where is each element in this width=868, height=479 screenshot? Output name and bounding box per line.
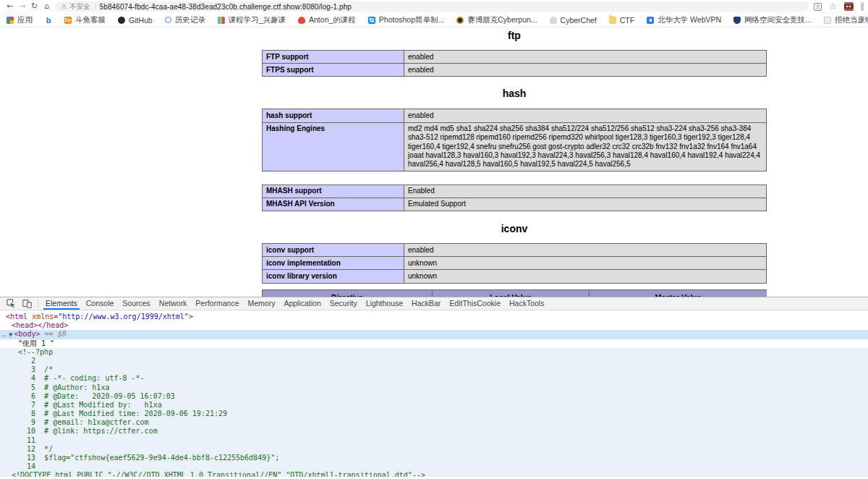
table-row: iconv library version unknown bbox=[263, 270, 767, 283]
bookmark-item[interactable]: CTF bbox=[609, 16, 634, 25]
device-toolbar-icon[interactable] bbox=[19, 297, 35, 310]
devtools-tree-line[interactable]: 3 /* bbox=[0, 365, 868, 374]
bookmark-item[interactable]: Anton_的课程 bbox=[298, 15, 356, 25]
devtools-tree-line[interactable]: 12 */ bbox=[0, 445, 868, 454]
inspect-element-icon[interactable] bbox=[3, 297, 19, 310]
devtools-tree-line[interactable]: 10 # @link: https://ctfer.com bbox=[0, 427, 868, 436]
home-button[interactable]: ⌂ bbox=[41, 0, 53, 13]
directive-name-cell: MHASH API Version bbox=[263, 198, 404, 211]
bookmark-label: GitHub bbox=[129, 16, 153, 25]
devtools-tree-line[interactable]: 8 # @Last Modified time: 2020-09-06 19:2… bbox=[0, 410, 868, 418]
bookmark-item[interactable]: 课程学习_兴趣课 bbox=[218, 15, 286, 25]
devtools-tree-line[interactable]: <!DOCTYPE html PUBLIC "-//W3C//DTD XHTML… bbox=[0, 471, 868, 477]
page-content: ftp FTP support enabled FTPS support ena… bbox=[0, 27, 868, 297]
bookmark-favicon: 知 bbox=[368, 17, 375, 24]
directive-value-cell: enabled bbox=[404, 64, 767, 77]
devtools-tree-line[interactable]: 4 # -*- coding: utf-8 -*- bbox=[0, 374, 868, 383]
mhash-table: MHASH support Enabled MHASH API Version … bbox=[262, 185, 767, 211]
devtools-tree-line[interactable]: <!--?php bbox=[0, 348, 868, 357]
bookmark-label: 网络空间安全竞技... bbox=[744, 15, 812, 25]
bookmark-item[interactable]: 网络空间安全竞技... bbox=[733, 15, 812, 25]
toolbar-actions: 文 ☆ bbox=[814, 2, 864, 11]
devtools-tab[interactable]: Performance bbox=[191, 297, 243, 310]
tabbar-separator bbox=[38, 300, 38, 308]
devtools-tree-line[interactable]: 2 bbox=[0, 357, 868, 365]
devtools-tab[interactable]: Lighthouse bbox=[362, 297, 407, 310]
devtools-tree-line[interactable]: 5 # @Author: h1xa bbox=[0, 383, 868, 392]
devtools-tree-line[interactable]: 6 # @Date: 2020-09-05 16:07:03 bbox=[0, 392, 868, 401]
table-row: iconv implementation unknown bbox=[263, 257, 767, 270]
devtools-tab[interactable]: HackTools bbox=[505, 297, 548, 310]
devtools-tab[interactable]: Network bbox=[155, 297, 192, 310]
devtools-tab[interactable]: Console bbox=[82, 297, 119, 310]
address-bar[interactable]: ⚠ 不安全 5b846074-fbdc-4caa-ae48-38d3ead23c… bbox=[55, 1, 809, 12]
bookmark-favicon bbox=[7, 17, 14, 24]
bookmark-item[interactable]: b bbox=[45, 17, 52, 24]
bookmark-item[interactable]: CyberChef bbox=[550, 16, 597, 25]
clipped-toolbar-icon bbox=[861, 2, 864, 11]
devtools-tree-line[interactable]: 14 bbox=[0, 462, 868, 471]
directives-header-cell: Local Value bbox=[433, 289, 590, 297]
bookmark-label: 赛博朋克Cyberpun... bbox=[467, 15, 537, 25]
bookmark-favicon bbox=[824, 17, 831, 24]
bookmark-label: CyberChef bbox=[561, 16, 597, 25]
directive-value-cell: md2 md4 md5 sha1 sha224 sha256 sha384 sh… bbox=[404, 122, 767, 171]
table-row: MHASH API Version Emulated Support bbox=[263, 198, 767, 211]
translate-icon[interactable]: 文 bbox=[814, 3, 822, 11]
directive-value-cell: enabled bbox=[404, 244, 767, 257]
bookmark-label: 课程学习_兴趣课 bbox=[229, 15, 286, 25]
bookmark-item[interactable]: 北华大学 WebVPN bbox=[647, 15, 721, 25]
bookmark-star-icon[interactable]: ☆ bbox=[829, 2, 837, 11]
devtools-tab[interactable]: HackBar bbox=[407, 297, 445, 310]
table-row: hash support enabled bbox=[263, 109, 767, 122]
devtools-tree-line[interactable]: 7 # @Last Modified by: h1xa bbox=[0, 401, 868, 410]
devtools-tree-line[interactable]: 11 bbox=[0, 436, 868, 445]
devtools-tab[interactable]: Memory bbox=[243, 297, 279, 310]
bookmark-label: Photoshop简单制... bbox=[379, 15, 444, 25]
devtools-tree-line[interactable]: <head></head> bbox=[0, 321, 868, 330]
directive-name-cell: FTP support bbox=[263, 51, 404, 64]
table-row: Hashing Engines md2 md4 md5 sha1 sha224 … bbox=[263, 122, 767, 171]
bookmark-item[interactable]: 赛博朋克Cyberpun... bbox=[456, 15, 537, 25]
devtools-tabs: Elements Console Sources Network Perform… bbox=[41, 297, 548, 310]
bookmark-favicon bbox=[456, 17, 464, 24]
devtools-tree-line[interactable]: …▼<body> == $0 bbox=[0, 330, 868, 339]
back-button[interactable]: ← bbox=[4, 0, 16, 13]
devtools-panel: Elements Console Sources Network Perform… bbox=[0, 297, 868, 479]
security-warning-icon[interactable]: ⚠ bbox=[61, 4, 67, 10]
devtools-tree-line[interactable]: "使用 1 " bbox=[0, 339, 868, 348]
bookmark-favicon bbox=[165, 17, 171, 23]
bookmark-item[interactable]: 拒绝当废物计划 bbox=[824, 15, 868, 25]
ftp-table: FTP support enabled FTPS support enabled bbox=[262, 50, 767, 77]
section-title-iconv: iconv bbox=[262, 223, 767, 234]
directives-header-cell: Directive bbox=[263, 289, 433, 297]
reload-button[interactable]: ↻ bbox=[28, 0, 41, 13]
devtools-tab[interactable]: Security bbox=[326, 297, 362, 310]
forward-button[interactable]: → bbox=[16, 0, 28, 13]
browser-toolbar: ← → ↻ ⌂ ⚠ 不安全 5b846074-fbdc-4caa-ae48-38… bbox=[0, 0, 868, 13]
extension-icon[interactable] bbox=[844, 2, 854, 11]
devtools-tab[interactable]: EditThisCookie bbox=[445, 297, 505, 310]
bookmark-item[interactable]: GitHub bbox=[118, 16, 153, 25]
hash-table: hash support enabled Hashing Engines md2… bbox=[262, 109, 767, 171]
bookmark-item[interactable]: 历史记录 bbox=[165, 15, 205, 25]
address-separator bbox=[95, 4, 95, 10]
section-title-ftp: ftp bbox=[262, 30, 767, 41]
bookmark-item[interactable]: Dy 斗鱼客服 bbox=[64, 15, 106, 25]
url-text[interactable]: 5b846074-fbdc-4caa-ae48-38d3ead23c0b.cha… bbox=[100, 3, 352, 11]
devtools-tab[interactable]: Sources bbox=[118, 297, 155, 310]
directive-value-cell: enabled bbox=[404, 109, 767, 122]
bookmark-label: 历史记录 bbox=[175, 15, 205, 25]
bookmark-item[interactable]: 知 Photoshop简单制... bbox=[368, 15, 444, 25]
bookmark-item[interactable]: 应用 bbox=[7, 15, 33, 25]
table-row: FTP support enabled bbox=[263, 51, 767, 64]
devtools-tree-line[interactable]: 9 # @email: h1xa@ctfer.com bbox=[0, 418, 868, 427]
devtools-tab[interactable]: Application bbox=[279, 297, 325, 310]
table-row: MHASH support Enabled bbox=[263, 185, 767, 198]
devtools-tree-line[interactable]: 13 $flag="ctfshow{eaef5629-9e94-4de4-bbf… bbox=[0, 454, 868, 462]
devtools-tree-line[interactable]: <html xmlns="http://www.w3.org/1999/xhtm… bbox=[0, 313, 868, 321]
directive-value-cell: Enabled bbox=[404, 185, 767, 198]
devtools-tab[interactable]: Elements bbox=[41, 297, 82, 310]
phpinfo-report: ftp FTP support enabled FTPS support ena… bbox=[262, 27, 767, 297]
bookmark-label: 北华大学 WebVPN bbox=[658, 15, 721, 25]
